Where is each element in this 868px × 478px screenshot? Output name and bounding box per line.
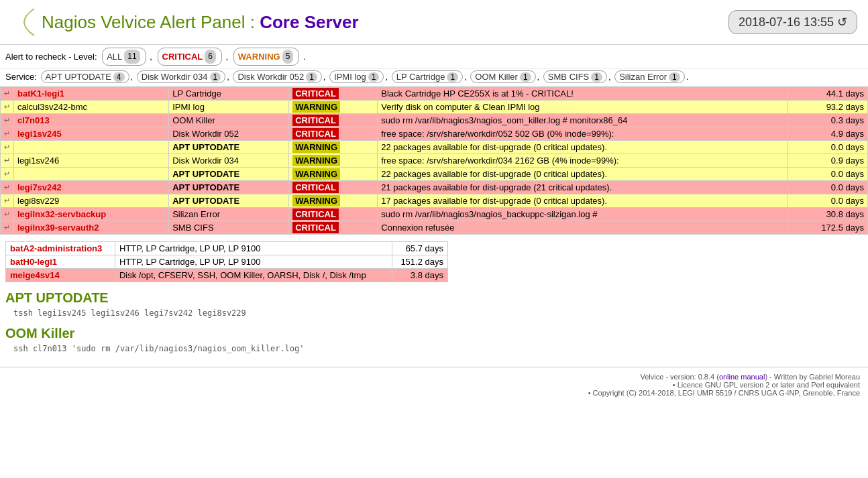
row-message: sudo rm /var/lib/nagios3/nagios_oom_kill… (378, 114, 787, 127)
row-status: CRITICAL (289, 208, 378, 221)
service-badge-6[interactable]: SMB CIFS1 (543, 70, 607, 83)
service-badge-count: 1 (210, 72, 221, 82)
row-message: 17 packages available for dist-upgrade (… (378, 194, 787, 208)
row-icon: ↵ (1, 208, 14, 221)
page-title: Nagios Velvice Alert Panel : Core Server (42, 12, 359, 33)
host-link[interactable]: legilnx39-servauth2 (17, 223, 99, 233)
footer-copyright: Copyright (C) 2014-2018, LEGI UMR 5519 /… (593, 389, 860, 397)
status-badge: CRITICAL (292, 222, 339, 233)
service-badge-label: LP Cartridge (396, 72, 445, 82)
row-host[interactable]: legi1sv245 (14, 127, 169, 141)
host-link[interactable]: legilnx32-servbackup (17, 209, 106, 219)
datetime-badge[interactable]: 2018-07-16 13:55 ↺ (728, 10, 857, 34)
filter-warning[interactable]: WARNING 5 (233, 48, 300, 66)
host-link[interactable]: legi1sv246 (17, 156, 59, 166)
row-icon: ↵ (1, 87, 14, 101)
service-badge-count: 1 (669, 72, 680, 82)
host-link[interactable]: legi7sv242 (17, 182, 62, 192)
alerts-tbody: ↵ batK1-legi1 LP Cartridge CRITICAL Blac… (1, 87, 868, 235)
row-host[interactable]: cl7n013 (14, 114, 169, 127)
row-icon: ↵ (1, 101, 14, 114)
filter-separator: . (303, 52, 306, 62)
table-row: ↵ cl7n013 OOM Killer CRITICAL sudo rm /v… (1, 114, 868, 127)
row-host[interactable]: legi1sv246 (14, 154, 169, 168)
table-row: ↵ legi7sv242 APT UPTODATE CRITICAL 21 pa… (1, 181, 868, 194)
footer-line2: • Licence GNU GPL version 2 or later and… (8, 381, 860, 389)
row-message: Black Cartridge HP CE255X is at 1% - CRI… (378, 87, 787, 101)
service-badge-2[interactable]: Disk Workdir 0521 (233, 70, 321, 83)
row-duration: 0.0 days (787, 141, 867, 154)
service-filter-label: Service: (5, 72, 37, 82)
row-service: Disk Workdir 034 (169, 154, 289, 168)
unreachable-duration: 151.2 days (392, 255, 447, 269)
row-host[interactable]: calcul3sv242-bmc (14, 101, 169, 114)
unreachable-host-link[interactable]: batA2-administration3 (10, 243, 102, 253)
unreachable-host[interactable]: batH0-legi1 (6, 255, 115, 269)
row-host[interactable]: legilnx32-servbackup (14, 208, 169, 221)
unreachable-duration: 65.7 days (392, 242, 447, 255)
status-badge: CRITICAL (292, 128, 339, 139)
service-badge-1[interactable]: Disk Workdir 0341 (137, 70, 225, 83)
row-service: APT UPTODATE (169, 141, 289, 154)
service-badge-5[interactable]: OOM Killer1 (470, 70, 535, 83)
host-link[interactable]: legi1sv245 (17, 129, 62, 139)
table-row: ↵ APT UPTODATE WARNING 22 packages avail… (1, 141, 868, 154)
unreachable-host-link[interactable]: meige4sv14 (10, 270, 60, 280)
host-link[interactable]: legi8sv229 (17, 196, 59, 206)
unreachable-row: meige4sv14 Disk /opt, CFSERV, SSH, OOM K… (6, 269, 448, 282)
filter-all[interactable]: ALL 11 (102, 48, 146, 66)
unreachable-row: batA2-administration3 HTTP, LP Cartridge… (6, 242, 448, 255)
row-host[interactable] (14, 168, 169, 181)
unreachable-host[interactable]: meige4sv14 (6, 269, 115, 282)
filter-warning-label: WARNING (238, 49, 280, 64)
service-badge-label: APT UPTODATE (46, 72, 111, 82)
row-host[interactable]: legi7sv242 (14, 181, 169, 194)
service-badge-label: SMB CIFS (548, 72, 589, 82)
row-duration: 172.5 days (787, 221, 867, 235)
host-link[interactable]: batK1-legi1 (17, 88, 64, 99)
row-service: Disk Workdir 052 (169, 127, 289, 141)
status-badge: WARNING (292, 155, 340, 166)
table-row: ↵ APT UPTODATE WARNING 22 packages avail… (1, 168, 868, 181)
row-host[interactable] (14, 141, 169, 154)
footer-manual-link[interactable]: online manual (719, 373, 765, 381)
row-message: 21 packages available for dist-upgrade (… (378, 181, 787, 194)
arc-decoration (11, 5, 38, 39)
status-badge: CRITICAL (292, 88, 339, 99)
service-badge-count: 1 (368, 72, 380, 82)
service-badge-4[interactable]: LP Cartridge1 (392, 70, 463, 83)
filter-critical[interactable]: CRITICAL 6 (158, 48, 222, 66)
row-host[interactable]: legi8sv229 (14, 194, 169, 208)
row-icon: ↵ (1, 194, 14, 208)
service-badge-label: OOM Killer (475, 72, 518, 82)
row-duration: 4.9 days (787, 127, 867, 141)
service-badge-0[interactable]: APT UPTODATE4 (41, 70, 129, 83)
unreachable-services: HTTP, LP Cartridge, LP UP, LP 9100 (115, 255, 392, 269)
row-icon: ↵ (1, 181, 14, 194)
status-badge: WARNING (292, 168, 340, 180)
service-badge-7[interactable]: Silizan Error1 (614, 70, 684, 83)
service-badge-count: 1 (306, 72, 317, 82)
footer-version: - version: 0.8.4 ( (665, 373, 718, 381)
row-message: sudo rm /var/lib/nagios3/nagios_backuppc… (378, 208, 787, 221)
row-duration: 0.3 days (787, 114, 867, 127)
row-host[interactable]: legilnx39-servauth2 (14, 221, 169, 235)
unreachable-host-link[interactable]: batH0-legi1 (10, 257, 57, 267)
row-host[interactable]: batK1-legi1 (14, 87, 169, 101)
filter-warning-count: 5 (282, 50, 294, 64)
service-badge-3[interactable]: IPMI log1 (329, 70, 384, 83)
section-script: tssh legi1sv245 legi1sv246 legi7sv242 le… (13, 308, 868, 318)
footer-licence: Licence GNU GPL version 2 or later and P… (677, 381, 860, 389)
host-link[interactable]: cl7n013 (17, 115, 50, 125)
filter-all-label: ALL (107, 49, 122, 64)
row-service: IPMI log (169, 101, 289, 114)
host-link[interactable]: calcul3sv242-bmc (17, 102, 87, 112)
unreachable-host[interactable]: batA2-administration3 (6, 242, 115, 255)
row-message: free space: /srv/share/workdir/052 502 G… (378, 127, 787, 141)
footer-velvice: Velvice (640, 373, 663, 381)
row-service: Silizan Error (169, 208, 289, 221)
row-service: APT UPTODATE (169, 194, 289, 208)
unreachable-services: HTTP, LP Cartridge, LP UP, LP 9100 (115, 242, 392, 255)
row-status: CRITICAL (289, 114, 378, 127)
filter-all-count: 11 (124, 50, 140, 64)
